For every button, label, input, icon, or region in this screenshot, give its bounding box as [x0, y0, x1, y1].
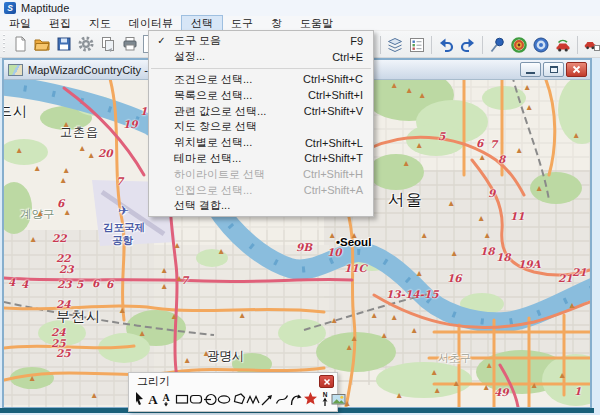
peak-marker: ▲ — [525, 102, 533, 112]
menubar-item-7[interactable]: 창 — [262, 16, 291, 30]
drawing-palette-close-button[interactable] — [319, 375, 334, 388]
peak-marker: ▲ — [477, 213, 485, 223]
polyline-icon — [246, 391, 260, 407]
rectangle-icon — [175, 391, 189, 407]
map-label: 계양구 — [20, 207, 55, 222]
pie-icon — [203, 391, 217, 407]
menu-item-4[interactable]: 조건으로 선택...Ctrl+Shift+C — [149, 72, 373, 88]
star-icon — [303, 391, 318, 407]
route-shield: 4 — [21, 278, 28, 290]
peak-marker: ▲ — [572, 130, 580, 140]
pie-tool-button[interactable] — [203, 390, 216, 408]
menu-item-12[interactable]: 선택 결합... — [149, 198, 373, 214]
text-callout-tool-button[interactable]: A — [161, 390, 174, 408]
menubar-item-8[interactable]: 도움말 — [291, 16, 342, 30]
menu-item-8[interactable]: 위치별로 선택...Ctrl+Shift+L — [149, 135, 373, 151]
north-arrow-tool-button[interactable]: N — [318, 390, 331, 408]
star-tool-button[interactable] — [304, 390, 317, 408]
route-shield: 5 — [76, 278, 83, 290]
menu-item-shortcut: Ctrl+Shift+C — [289, 73, 363, 85]
layers-button[interactable] — [384, 34, 406, 56]
curve-tool-button[interactable] — [275, 390, 288, 408]
peak-marker: ▲ — [330, 315, 338, 325]
route-shield: 6 — [57, 197, 64, 209]
menubar-item-4[interactable]: 데이터뷰 — [120, 16, 182, 30]
route-shield: 10 — [327, 246, 342, 258]
menu-item-5[interactable]: 목록으로 선택...Ctrl+Shift+I — [149, 87, 373, 103]
menu-item-1[interactable]: ✓도구 모음F9 — [149, 33, 373, 49]
image-icon — [331, 391, 346, 407]
redo-button[interactable] — [457, 34, 479, 56]
drivetime-car-button[interactable] — [552, 34, 574, 56]
save-button[interactable] — [53, 33, 75, 55]
menubar-item-6[interactable]: 도구 — [222, 16, 262, 30]
hotspot-button[interactable] — [508, 34, 530, 56]
drawing-palette[interactable]: 그리기 AAN — [128, 372, 338, 412]
menu-item-6[interactable]: 관련 값으로 선택...Ctrl+Shift+V — [149, 103, 373, 119]
route-shield: 49 — [494, 386, 509, 398]
toolbar-separator — [577, 36, 578, 54]
arrow-tool-button[interactable] — [261, 390, 274, 408]
menu-item-2[interactable]: 설정...Ctrl+E — [149, 49, 373, 65]
peak-marker: ▲ — [485, 360, 493, 370]
menu-item-label: 하이라이트로 선택 — [174, 167, 289, 182]
close-window-button[interactable] — [566, 62, 587, 77]
new-document-button[interactable] — [9, 33, 31, 55]
menubar-item-2[interactable]: 편집 — [40, 16, 80, 30]
peak-marker: ▲ — [350, 230, 358, 240]
app-title: Maptitude — [21, 2, 69, 14]
undo-button[interactable] — [435, 34, 457, 56]
car-export-button[interactable] — [581, 34, 600, 56]
peak-marker: ▲ — [175, 273, 183, 283]
map-label: 서초구 — [438, 351, 471, 366]
print-button[interactable] — [119, 33, 141, 55]
route-shield: 19 — [123, 118, 138, 130]
close-icon — [323, 378, 331, 386]
open-folder-button[interactable] — [31, 33, 53, 55]
map-label: 부천시 — [56, 308, 101, 326]
menu-item-label: 선택 결합... — [174, 198, 349, 213]
menu-item-7[interactable]: 지도 창으로 선택 — [149, 119, 373, 135]
hotspot-icon — [510, 36, 528, 54]
route-shield: 21 — [558, 272, 573, 284]
rounded-rectangle-tool-button[interactable] — [189, 390, 202, 408]
ellipse-tool-button[interactable] — [218, 390, 231, 408]
menu-item-9[interactable]: 테마로 선택...Ctrl+Shift+T — [149, 151, 373, 167]
menu-item-shortcut: Ctrl+Shift+V — [290, 105, 363, 117]
polygon-tool-button[interactable] — [232, 390, 245, 408]
menu-item-shortcut: Ctrl+E — [318, 51, 363, 63]
text-tool-button[interactable]: A — [146, 390, 159, 408]
peak-marker: ▲ — [160, 281, 168, 291]
drawing-palette-titlebar[interactable]: 그리기 — [129, 373, 337, 389]
restore-window-button[interactable] — [543, 62, 564, 77]
menubar-item-5[interactable]: 선택 — [182, 16, 222, 30]
toolbar-grip[interactable] — [2, 34, 7, 54]
curved-arrow-icon — [289, 391, 303, 407]
ellipse-icon — [217, 391, 231, 407]
settings-gear-button[interactable] — [75, 33, 97, 55]
curved-arrow-tool-button[interactable] — [289, 390, 302, 408]
route-shield: 16 — [447, 272, 462, 284]
pushpin-button[interactable] — [486, 34, 508, 56]
rectangle-tool-button[interactable] — [175, 390, 188, 408]
peak-marker: ▲ — [217, 246, 225, 256]
peak-marker: ▲ — [515, 145, 523, 155]
peak-marker: ▲ — [478, 152, 486, 162]
polyline-tool-button[interactable] — [246, 390, 259, 408]
peak-marker: ▲ — [62, 165, 70, 175]
peak-marker: ▲ — [36, 208, 44, 218]
image-tool-button[interactable] — [332, 390, 345, 408]
legend-button[interactable] — [406, 34, 428, 56]
arrow-icon — [260, 391, 274, 407]
polygon-icon — [232, 391, 246, 407]
menubar-item-1[interactable]: 파일 — [0, 16, 40, 30]
pointer-tool-button[interactable] — [132, 390, 145, 408]
buffer-button[interactable] — [530, 34, 552, 56]
route-shield: 11 — [510, 210, 525, 222]
peak-marker: ▲ — [395, 390, 403, 400]
route-shield: 9B — [296, 241, 312, 253]
duplicate-page-button[interactable] — [97, 33, 119, 55]
menubar-item-3[interactable]: 지도 — [80, 16, 120, 30]
minimize-window-button[interactable] — [520, 62, 541, 77]
toolbar-separator — [482, 36, 483, 54]
